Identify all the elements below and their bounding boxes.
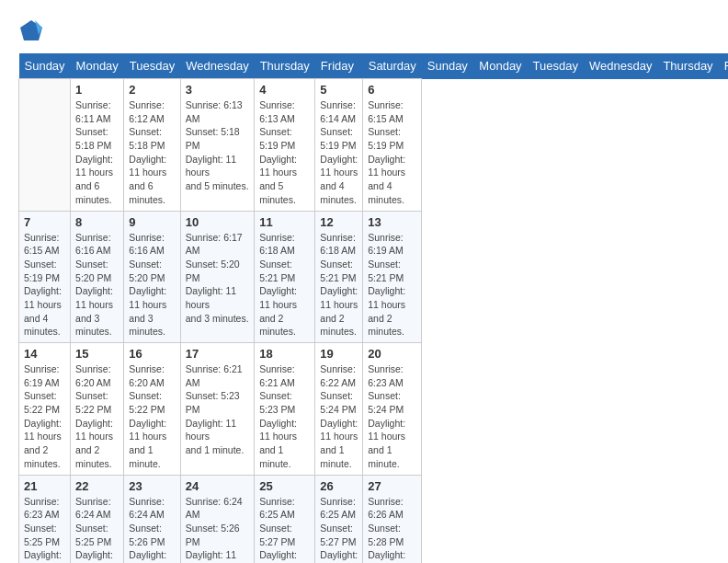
day-cell: 14Sunrise: 6:19 AM Sunset: 5:22 PM Dayli…	[19, 343, 71, 476]
day-cell: 24Sunrise: 6:24 AM Sunset: 5:26 PM Dayli…	[180, 475, 254, 563]
day-info: Sunrise: 6:25 AM Sunset: 5:27 PM Dayligh…	[259, 495, 310, 564]
day-number: 7	[24, 215, 65, 229]
day-number: 16	[129, 347, 175, 361]
col-header-sunday: Sunday	[422, 53, 474, 79]
col-header-friday: Friday	[315, 53, 363, 79]
day-cell: 1Sunrise: 6:11 AM Sunset: 5:18 PM Daylig…	[71, 79, 124, 212]
day-cell: 26Sunrise: 6:25 AM Sunset: 5:27 PM Dayli…	[315, 475, 363, 563]
day-info: Sunrise: 6:23 AM Sunset: 5:24 PM Dayligh…	[368, 362, 416, 471]
col-header-thursday: Thursday	[255, 53, 315, 79]
day-number: 26	[320, 479, 358, 493]
col-header-tuesday: Tuesday	[124, 53, 180, 79]
day-cell: 22Sunrise: 6:24 AM Sunset: 5:25 PM Dayli…	[71, 475, 124, 563]
day-cell: 11Sunrise: 6:18 AM Sunset: 5:21 PM Dayli…	[255, 211, 315, 343]
day-number: 14	[24, 347, 65, 361]
day-info: Sunrise: 6:13 AM Sunset: 5:18 PM Dayligh…	[186, 98, 249, 193]
col-header-friday: Friday	[719, 53, 728, 79]
day-cell: 21Sunrise: 6:23 AM Sunset: 5:25 PM Dayli…	[19, 475, 71, 563]
day-info: Sunrise: 6:13 AM Sunset: 5:19 PM Dayligh…	[259, 98, 310, 207]
day-info: Sunrise: 6:19 AM Sunset: 5:22 PM Dayligh…	[24, 362, 65, 471]
day-info: Sunrise: 6:15 AM Sunset: 5:19 PM Dayligh…	[368, 98, 416, 207]
col-header-sunday: Sunday	[19, 53, 71, 79]
day-cell: 12Sunrise: 6:18 AM Sunset: 5:21 PM Dayli…	[315, 211, 363, 343]
col-header-saturday: Saturday	[363, 53, 422, 79]
day-info: Sunrise: 6:15 AM Sunset: 5:19 PM Dayligh…	[24, 231, 65, 339]
day-number: 9	[129, 215, 175, 229]
day-cell: 6Sunrise: 6:15 AM Sunset: 5:19 PM Daylig…	[363, 79, 422, 212]
day-number: 13	[368, 215, 416, 229]
day-number: 21	[24, 479, 65, 493]
day-cell: 15Sunrise: 6:20 AM Sunset: 5:22 PM Dayli…	[71, 343, 124, 476]
day-info: Sunrise: 6:20 AM Sunset: 5:22 PM Dayligh…	[129, 362, 175, 471]
day-number: 8	[75, 215, 119, 229]
day-cell: 17Sunrise: 6:21 AM Sunset: 5:23 PM Dayli…	[180, 343, 254, 476]
logo	[18, 18, 48, 44]
day-cell: 2Sunrise: 6:12 AM Sunset: 5:18 PM Daylig…	[124, 79, 180, 212]
day-number: 5	[320, 83, 358, 97]
day-info: Sunrise: 6:21 AM Sunset: 5:23 PM Dayligh…	[259, 362, 310, 471]
day-number: 3	[186, 83, 249, 97]
day-info: Sunrise: 6:14 AM Sunset: 5:19 PM Dayligh…	[320, 98, 358, 207]
day-info: Sunrise: 6:21 AM Sunset: 5:23 PM Dayligh…	[186, 362, 249, 457]
day-info: Sunrise: 6:19 AM Sunset: 5:21 PM Dayligh…	[368, 231, 416, 339]
day-number: 22	[75, 479, 119, 493]
day-info: Sunrise: 6:12 AM Sunset: 5:18 PM Dayligh…	[129, 98, 175, 207]
day-cell: 8Sunrise: 6:16 AM Sunset: 5:20 PM Daylig…	[71, 211, 124, 343]
day-number: 6	[368, 83, 416, 97]
day-cell: 3Sunrise: 6:13 AM Sunset: 5:18 PM Daylig…	[180, 79, 254, 212]
day-number: 4	[259, 83, 310, 97]
day-info: Sunrise: 6:16 AM Sunset: 5:20 PM Dayligh…	[129, 231, 175, 339]
day-cell: 10Sunrise: 6:17 AM Sunset: 5:20 PM Dayli…	[180, 211, 254, 343]
day-info: Sunrise: 6:11 AM Sunset: 5:18 PM Dayligh…	[75, 98, 119, 207]
week-row-2: 14Sunrise: 6:19 AM Sunset: 5:22 PM Dayli…	[19, 343, 729, 476]
col-header-thursday: Thursday	[657, 53, 718, 79]
day-number: 10	[186, 215, 249, 229]
col-header-tuesday: Tuesday	[528, 53, 584, 79]
day-number: 27	[368, 479, 416, 493]
day-cell: 20Sunrise: 6:23 AM Sunset: 5:24 PM Dayli…	[363, 343, 422, 476]
day-info: Sunrise: 6:25 AM Sunset: 5:27 PM Dayligh…	[320, 495, 358, 564]
day-cell: 9Sunrise: 6:16 AM Sunset: 5:20 PM Daylig…	[124, 211, 180, 343]
day-info: Sunrise: 6:18 AM Sunset: 5:21 PM Dayligh…	[320, 231, 358, 339]
col-header-monday: Monday	[473, 53, 527, 79]
day-cell: 27Sunrise: 6:26 AM Sunset: 5:28 PM Dayli…	[363, 475, 422, 563]
day-info: Sunrise: 6:23 AM Sunset: 5:25 PM Dayligh…	[24, 495, 65, 564]
day-number: 25	[259, 479, 310, 493]
day-number: 23	[129, 479, 175, 493]
day-cell	[19, 79, 71, 212]
day-info: Sunrise: 6:18 AM Sunset: 5:21 PM Dayligh…	[259, 231, 310, 339]
day-number: 19	[320, 347, 358, 361]
logo-icon	[18, 18, 44, 44]
day-number: 24	[186, 479, 249, 493]
day-info: Sunrise: 6:22 AM Sunset: 5:24 PM Dayligh…	[320, 362, 358, 471]
day-cell: 19Sunrise: 6:22 AM Sunset: 5:24 PM Dayli…	[315, 343, 363, 476]
col-header-wednesday: Wednesday	[180, 53, 254, 79]
week-row-1: 7Sunrise: 6:15 AM Sunset: 5:19 PM Daylig…	[19, 211, 729, 343]
day-cell: 16Sunrise: 6:20 AM Sunset: 5:22 PM Dayli…	[124, 343, 180, 476]
col-header-monday: Monday	[71, 53, 124, 79]
day-cell: 13Sunrise: 6:19 AM Sunset: 5:21 PM Dayli…	[363, 211, 422, 343]
day-number: 17	[186, 347, 249, 361]
day-number: 11	[259, 215, 310, 229]
day-cell: 25Sunrise: 6:25 AM Sunset: 5:27 PM Dayli…	[255, 475, 315, 563]
header-row: SundayMondayTuesdayWednesdayThursdayFrid…	[19, 53, 729, 79]
day-info: Sunrise: 6:24 AM Sunset: 5:26 PM Dayligh…	[129, 495, 175, 564]
day-info: Sunrise: 6:24 AM Sunset: 5:25 PM Dayligh…	[75, 495, 119, 564]
calendar-table: SundayMondayTuesdayWednesdayThursdayFrid…	[18, 53, 728, 563]
day-number: 15	[75, 347, 119, 361]
day-number: 20	[368, 347, 416, 361]
day-number: 18	[259, 347, 310, 361]
week-row-3: 21Sunrise: 6:23 AM Sunset: 5:25 PM Dayli…	[19, 475, 729, 563]
day-number: 1	[75, 83, 119, 97]
page-header	[18, 18, 710, 44]
day-info: Sunrise: 6:16 AM Sunset: 5:20 PM Dayligh…	[75, 231, 119, 339]
day-cell: 23Sunrise: 6:24 AM Sunset: 5:26 PM Dayli…	[124, 475, 180, 563]
week-row-0: 1Sunrise: 6:11 AM Sunset: 5:18 PM Daylig…	[19, 79, 729, 212]
day-cell: 4Sunrise: 6:13 AM Sunset: 5:19 PM Daylig…	[255, 79, 315, 212]
day-info: Sunrise: 6:20 AM Sunset: 5:22 PM Dayligh…	[75, 362, 119, 471]
day-info: Sunrise: 6:17 AM Sunset: 5:20 PM Dayligh…	[186, 231, 249, 326]
day-cell: 18Sunrise: 6:21 AM Sunset: 5:23 PM Dayli…	[255, 343, 315, 476]
col-header-wednesday: Wednesday	[584, 53, 657, 79]
day-number: 12	[320, 215, 358, 229]
day-cell: 5Sunrise: 6:14 AM Sunset: 5:19 PM Daylig…	[315, 79, 363, 212]
